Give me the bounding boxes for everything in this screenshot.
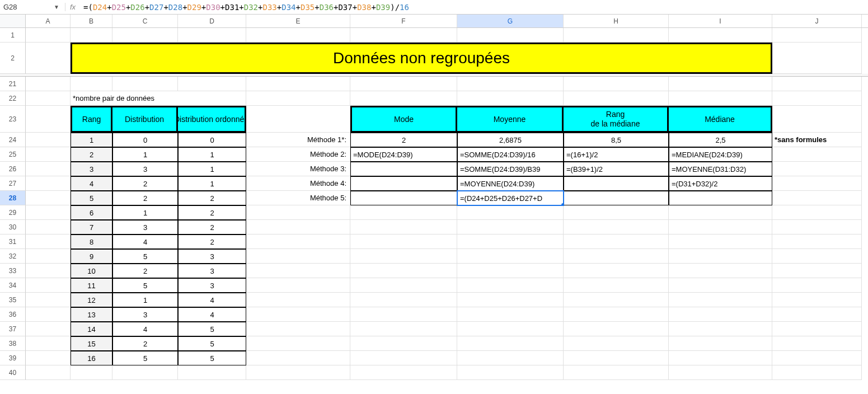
method-moyenne[interactable]: 2,6875 bbox=[457, 133, 564, 147]
cell[interactable] bbox=[26, 365, 71, 380]
row-header-25[interactable]: 25 bbox=[0, 147, 26, 162]
cell[interactable] bbox=[457, 307, 564, 322]
cell[interactable] bbox=[71, 28, 112, 43]
table1-ord[interactable]: 4 bbox=[178, 293, 246, 307]
name-box[interactable] bbox=[3, 1, 48, 13]
cell[interactable] bbox=[246, 351, 350, 365]
cell[interactable] bbox=[350, 77, 457, 91]
cell[interactable] bbox=[457, 365, 564, 380]
cell[interactable] bbox=[246, 220, 350, 234]
method-rang[interactable]: 8,5 bbox=[564, 133, 669, 147]
cell[interactable] bbox=[564, 264, 669, 278]
cell[interactable] bbox=[26, 133, 71, 147]
cell[interactable] bbox=[350, 234, 457, 249]
method-mode[interactable]: =MODE(D24:D39) bbox=[350, 147, 457, 162]
cell[interactable] bbox=[772, 77, 862, 91]
cell[interactable] bbox=[772, 162, 862, 176]
table2-hdr-mediane[interactable]: Médiane bbox=[669, 106, 772, 133]
cell[interactable] bbox=[246, 234, 350, 249]
cell[interactable] bbox=[350, 249, 457, 264]
cell[interactable] bbox=[350, 293, 457, 307]
cell[interactable] bbox=[246, 106, 350, 133]
cell[interactable] bbox=[26, 191, 71, 205]
row-header-22[interactable]: 22 bbox=[0, 91, 26, 106]
cell[interactable] bbox=[564, 77, 669, 91]
cell[interactable] bbox=[772, 147, 862, 162]
side-note[interactable]: *sans formules bbox=[772, 133, 862, 147]
cell[interactable] bbox=[669, 77, 772, 91]
spreadsheet-grid[interactable]: A B C D E F G H I J 1 2 21 22 23 24 25 2… bbox=[0, 15, 868, 380]
cell[interactable] bbox=[350, 205, 457, 220]
table1-ord[interactable]: 4 bbox=[178, 307, 246, 322]
cell[interactable] bbox=[350, 365, 457, 380]
cell[interactable] bbox=[26, 77, 71, 91]
cell[interactable] bbox=[564, 307, 669, 322]
cell[interactable] bbox=[26, 162, 71, 176]
method-mediane[interactable]: 2,5 bbox=[669, 133, 772, 147]
table1-dist[interactable]: 4 bbox=[112, 234, 178, 249]
cell[interactable] bbox=[564, 293, 669, 307]
table1-ord[interactable]: 5 bbox=[178, 322, 246, 336]
cell[interactable] bbox=[772, 307, 862, 322]
cell[interactable] bbox=[669, 322, 772, 336]
table1-ord[interactable]: 2 bbox=[178, 234, 246, 249]
method-mode[interactable] bbox=[350, 191, 457, 205]
cell[interactable] bbox=[26, 278, 71, 293]
cell[interactable] bbox=[564, 365, 669, 380]
method-label[interactable]: Méthode 1*: bbox=[246, 133, 350, 147]
cell[interactable] bbox=[669, 365, 772, 380]
method-mode[interactable]: 2 bbox=[350, 133, 457, 147]
cell[interactable] bbox=[772, 176, 862, 191]
selection-handle[interactable] bbox=[561, 203, 564, 205]
table1-dist[interactable]: 4 bbox=[112, 322, 178, 336]
row-header-26[interactable]: 26 bbox=[0, 162, 26, 176]
table1-rang[interactable]: 9 bbox=[71, 249, 112, 264]
table1-dist[interactable]: 1 bbox=[112, 205, 178, 220]
table1-ord[interactable]: 3 bbox=[178, 264, 246, 278]
cell[interactable] bbox=[246, 322, 350, 336]
method-moyenne[interactable]: =(D24+D25+D26+D27+D bbox=[457, 191, 564, 205]
formula-input[interactable]: =(D24+D25+D26+D27+D28+D29+D30+D31+D32+D3… bbox=[83, 3, 409, 12]
cell[interactable] bbox=[669, 28, 772, 43]
row-header-35[interactable]: 35 bbox=[0, 293, 26, 307]
row-header-40[interactable]: 40 bbox=[0, 365, 26, 380]
cell[interactable] bbox=[457, 249, 564, 264]
select-all-corner[interactable] bbox=[0, 15, 26, 27]
cell[interactable] bbox=[564, 220, 669, 234]
table1-dist[interactable]: 3 bbox=[112, 220, 178, 234]
table1-rang[interactable]: 14 bbox=[71, 322, 112, 336]
col-header-J[interactable]: J bbox=[772, 15, 862, 27]
cell[interactable] bbox=[350, 264, 457, 278]
cell[interactable] bbox=[112, 28, 178, 43]
cell[interactable] bbox=[178, 28, 246, 43]
table1-dist[interactable]: 3 bbox=[112, 162, 178, 176]
row-header-21[interactable]: 21 bbox=[0, 77, 26, 91]
cell[interactable] bbox=[350, 91, 457, 106]
cell[interactable] bbox=[26, 307, 71, 322]
col-header-G[interactable]: G bbox=[457, 15, 564, 27]
table1-rang[interactable]: 10 bbox=[71, 264, 112, 278]
table1-ord[interactable]: 3 bbox=[178, 249, 246, 264]
cell[interactable] bbox=[246, 77, 350, 91]
table1-ord[interactable]: 5 bbox=[178, 351, 246, 365]
table1-hdr-distribution[interactable]: Distribution bbox=[112, 106, 178, 133]
cell[interactable] bbox=[457, 264, 564, 278]
table1-ord[interactable]: 1 bbox=[178, 147, 246, 162]
cell[interactable] bbox=[457, 278, 564, 293]
table1-ord[interactable]: 2 bbox=[178, 220, 246, 234]
col-header-C[interactable]: C bbox=[112, 15, 178, 27]
cell[interactable] bbox=[772, 351, 862, 365]
cell[interactable] bbox=[772, 278, 862, 293]
row-header-37[interactable]: 37 bbox=[0, 322, 26, 336]
table1-dist[interactable]: 2 bbox=[112, 191, 178, 205]
method-mode[interactable] bbox=[350, 162, 457, 176]
method-rang[interactable] bbox=[564, 176, 669, 191]
cell[interactable] bbox=[350, 278, 457, 293]
method-mediane[interactable] bbox=[669, 191, 772, 205]
cell[interactable] bbox=[26, 351, 71, 365]
row-header-32[interactable]: 32 bbox=[0, 249, 26, 264]
table1-rang[interactable]: 11 bbox=[71, 278, 112, 293]
row-header-31[interactable]: 31 bbox=[0, 234, 26, 249]
cell[interactable] bbox=[246, 293, 350, 307]
table1-ord[interactable]: 2 bbox=[178, 205, 246, 220]
